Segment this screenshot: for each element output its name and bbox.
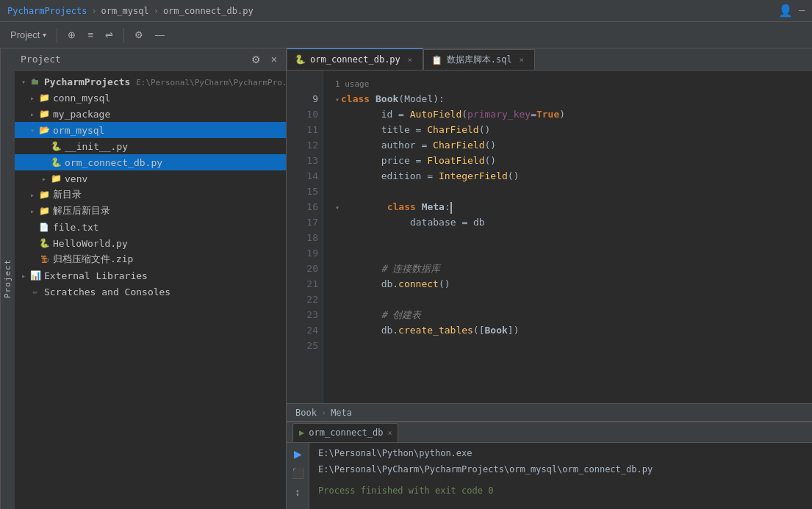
line-18: 18 bbox=[291, 231, 318, 246]
line-22: 22 bbox=[291, 292, 318, 308]
project-tree: 🖿 PycharmProjects E:\Personal\PyCharm\Py… bbox=[15, 71, 286, 509]
orm-connect-arrow bbox=[38, 156, 50, 168]
tab-orm-connect[interactable]: 🐍 orm_connect_db.py × bbox=[287, 48, 423, 70]
indent bbox=[335, 107, 381, 123]
tree-item-scratches[interactable]: ✏ Scratches and Consoles bbox=[15, 284, 286, 300]
toolbar-sep-2 bbox=[123, 28, 124, 43]
user-icon[interactable]: 👤 bbox=[778, 4, 793, 18]
code-line-18 bbox=[335, 231, 800, 246]
bottom-tabs-bar: ▶ orm_connect_db × bbox=[287, 422, 812, 443]
breadcrumb-book[interactable]: Book bbox=[295, 408, 317, 418]
project-header-close[interactable]: × bbox=[268, 52, 280, 67]
tree-item-init-py[interactable]: 🐍 __init__.py bbox=[15, 138, 286, 154]
tab1-label: orm_connect_db.py bbox=[310, 54, 400, 65]
main-layout: Project ▾ ⊕ ≡ ⇌ ⚙ — Project Project ⚙ × … bbox=[0, 22, 812, 509]
line-19: 19 bbox=[291, 246, 318, 261]
usage-hint-text: 1 usage bbox=[335, 78, 369, 91]
text-cursor bbox=[450, 202, 452, 214]
line-14: 14 bbox=[291, 169, 318, 184]
fold-16[interactable]: ▾ bbox=[335, 202, 339, 214]
conn-mysql-label: conn_mysql bbox=[53, 93, 110, 104]
tree-root-arrow bbox=[18, 76, 29, 87]
tree-item-archive[interactable]: 🗜 归档压缩文件.zip bbox=[15, 251, 286, 267]
locate-btn[interactable]: ⊕ bbox=[63, 27, 80, 43]
expand-btn[interactable]: ⇌ bbox=[101, 27, 118, 43]
tab1-close[interactable]: × bbox=[405, 54, 415, 65]
tab2-close[interactable]: × bbox=[517, 55, 527, 65]
indent bbox=[335, 123, 381, 138]
toggle-btn[interactable]: ↔ bbox=[290, 503, 306, 509]
tree-item-my-package[interactable]: 📁 my_package bbox=[15, 106, 286, 122]
titlebar-controls: 👤 ─ bbox=[778, 4, 805, 18]
settings-btn[interactable]: ⚙ bbox=[130, 27, 148, 43]
line-9: 9 bbox=[291, 92, 318, 107]
breadcrumb: Book › Meta bbox=[287, 403, 812, 421]
folder-open-icon: 📂 bbox=[38, 124, 50, 136]
titlebar-dir[interactable]: orm_mysql bbox=[101, 6, 149, 16]
close-panel-btn[interactable]: — bbox=[151, 27, 169, 43]
scratches-icon: ✏ bbox=[29, 286, 41, 297]
zip-icon: 🗜 bbox=[38, 253, 50, 265]
conn-mysql-arrow bbox=[26, 92, 38, 104]
indent bbox=[335, 138, 381, 154]
line-17: 17 bbox=[291, 215, 318, 231]
file-txt-arrow bbox=[26, 221, 38, 233]
indent bbox=[335, 154, 381, 169]
run-output[interactable]: E:\Personal\Python\python.exe E:\Persona… bbox=[309, 443, 812, 509]
code-line-17: ▾ database = db bbox=[335, 215, 800, 231]
editor-content[interactable]: 9 10 11 12 13 14 15 16 17 18 19 20 21 22… bbox=[287, 71, 812, 403]
venv-label: venv bbox=[65, 173, 87, 184]
run-tab-close[interactable]: × bbox=[387, 429, 392, 437]
tree-root[interactable]: 🖿 PycharmProjects E:\Personal\PyCharm\Py… bbox=[15, 73, 286, 90]
run-tab[interactable]: ▶ orm_connect_db × bbox=[292, 423, 398, 442]
line-16: 16 bbox=[291, 200, 318, 215]
titlebar-project[interactable]: PycharmProjects bbox=[7, 6, 87, 16]
code-line-22 bbox=[335, 292, 800, 308]
my-package-arrow bbox=[26, 108, 38, 120]
run-btn[interactable]: ▶ bbox=[290, 446, 306, 462]
fold-9[interactable]: ▾ bbox=[335, 94, 339, 106]
project-header-title: Project bbox=[21, 54, 244, 65]
run-toolbar: ▶ ⬛ ↕ ↔ ⚙ bbox=[287, 443, 309, 509]
run-tab-label: orm_connect_db bbox=[309, 427, 383, 438]
tree-item-hello-world[interactable]: 🐍 HelloWorld.py bbox=[15, 235, 286, 251]
code-line-15 bbox=[335, 184, 800, 200]
collapse-all-btn[interactable]: ≡ bbox=[83, 27, 98, 43]
new-dir-icon: 📁 bbox=[38, 189, 50, 201]
breadcrumb-meta[interactable]: Meta bbox=[331, 408, 352, 418]
tab-sql[interactable]: 📋 数据库脚本.sql × bbox=[423, 49, 535, 70]
hello-world-arrow bbox=[26, 237, 38, 249]
toolbar-sep-1 bbox=[57, 28, 57, 43]
py-icon: 🐍 bbox=[50, 140, 62, 152]
extract-folder-icon: 📁 bbox=[38, 205, 50, 217]
tree-item-file-txt[interactable]: 📄 file.txt bbox=[15, 219, 286, 235]
line-numbers: 9 10 11 12 13 14 15 16 17 18 19 20 21 22… bbox=[287, 71, 323, 403]
line-23: 23 bbox=[291, 308, 318, 323]
py-icon-2: 🐍 bbox=[50, 156, 62, 168]
tree-item-new-dir[interactable]: 📁 新目录 bbox=[15, 187, 286, 203]
tree-item-ext-libs[interactable]: 📊 External Libraries bbox=[15, 267, 286, 284]
run-panel: ▶ ⬛ ↕ ↔ ⚙ E:\Personal\Python\python.exe … bbox=[287, 443, 812, 509]
sidebar-label[interactable]: Project bbox=[0, 48, 15, 509]
rerun-btn[interactable]: ↕ bbox=[290, 484, 306, 500]
titlebar-file[interactable]: orm_connect_db.py bbox=[163, 6, 254, 16]
tree-item-venv[interactable]: 📁 venv bbox=[15, 170, 286, 187]
tree-item-conn-mysql[interactable]: 📁 conn_mysql bbox=[15, 90, 286, 106]
project-header: Project ⚙ × bbox=[15, 48, 286, 71]
orm-mysql-arrow bbox=[26, 124, 38, 136]
tree-item-extract-dir[interactable]: 📁 解压后新目录 bbox=[15, 203, 286, 219]
indent6 bbox=[335, 308, 381, 323]
project-toolbar-btn[interactable]: Project ▾ bbox=[6, 27, 51, 43]
run-icon: ▶ bbox=[299, 427, 304, 438]
tree-item-orm-mysql[interactable]: 📂 orm_mysql bbox=[15, 122, 286, 138]
project-header-settings[interactable]: ⚙ bbox=[248, 52, 264, 67]
stop-btn[interactable]: ⬛ bbox=[290, 465, 306, 481]
titlebar-sep2: › bbox=[154, 6, 159, 16]
tree-item-orm-connect-db[interactable]: 🐍 orm_connect_db.py bbox=[15, 154, 286, 170]
code-area[interactable]: 1 usage ▾ class Book(Model): id = AutoFi… bbox=[323, 71, 812, 403]
archive-label: 归档压缩文件.zip bbox=[53, 253, 133, 266]
code-line-21: db.connect() bbox=[335, 277, 800, 292]
titlebar-sep1: › bbox=[91, 6, 96, 16]
code-line-24: db.create_tables([Book]) bbox=[335, 323, 800, 339]
run-result: Process finished with exit code 0 bbox=[318, 483, 803, 499]
